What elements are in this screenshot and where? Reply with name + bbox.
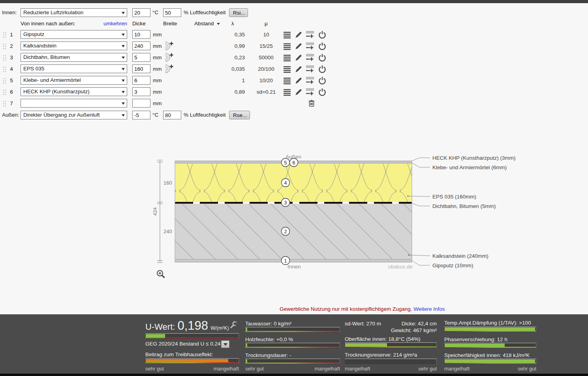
row-menu-icon[interactable] [283, 42, 291, 50]
insert-layer-icon[interactable] [306, 42, 314, 50]
layer-row-7: 7 mm [0, 99, 340, 108]
marker-6: 6 [293, 160, 295, 166]
tav-bar [444, 327, 536, 332]
holzfeuchte-value: +0,0 % [276, 336, 293, 342]
insert-layer-icon[interactable] [306, 77, 314, 85]
edit-icon[interactable] [295, 65, 302, 73]
inside-humidity-input[interactable] [163, 8, 181, 17]
bottom-bar [0, 374, 588, 376]
reverse-link[interactable]: umkehren [95, 21, 127, 26]
thickness-input[interactable] [132, 30, 150, 39]
thickness-input[interactable] [132, 64, 150, 73]
inside-label: Innen: [2, 8, 17, 17]
material-select-empty[interactable] [21, 99, 127, 108]
outside-temp-unit: °C [152, 111, 158, 119]
dimension-lines [157, 160, 163, 263]
col-spacing-dropdown[interactable]: Abstand [194, 21, 220, 26]
insert-layer-icon[interactable] [306, 65, 314, 73]
layer-number: 7 [9, 99, 14, 108]
inside-surface-select[interactable]: Reduzierte Luftzirkulation [21, 8, 127, 17]
edit-icon[interactable] [295, 42, 302, 50]
diagram-inside-label: Innen [287, 264, 301, 270]
drag-handle-icon[interactable] [3, 55, 6, 61]
layer-number: 4 [9, 64, 14, 74]
edit-icon[interactable] [295, 77, 302, 85]
zoom-in-icon[interactable] [157, 270, 165, 278]
drag-handle-icon[interactable] [3, 78, 6, 84]
settings-wrench-icon[interactable] [229, 321, 237, 329]
outside-humidity-input[interactable] [163, 111, 181, 119]
weitere-infos-link[interactable]: Weitere Infos [413, 306, 445, 312]
row-menu-icon[interactable] [283, 65, 291, 73]
row-menu-icon[interactable] [283, 31, 291, 39]
phase-value: 12 h [497, 336, 507, 342]
material-select[interactable]: EPS 035 [21, 64, 127, 73]
row-menu-icon[interactable] [283, 88, 291, 96]
subdivide-layer-icon[interactable] [165, 64, 174, 74]
tauwasser-line: Tauwasser: 0 kg/m² [245, 321, 291, 327]
callout-gipsputz: Gipsputz (10mm) [432, 263, 473, 268]
u-wert-calculator-page: Innen: Reduzierte Luftzirkulation °C % L… [0, 0, 588, 376]
drag-handle-icon[interactable] [3, 32, 6, 38]
rsi-button[interactable]: Rsi... [229, 8, 248, 17]
thickness-input[interactable] [132, 76, 150, 85]
speicher-line: Speicherfähigkeit innen: 418 kJ/m²K [444, 352, 530, 358]
lambda-value: 0,89 [220, 87, 245, 97]
toggle-layer-icon[interactable] [318, 65, 326, 73]
callout-kalksandstein: Kalksandstein (240mm) [432, 253, 488, 259]
lambda-value: 0,23 [220, 53, 245, 62]
layer-row-6: 6 HECK KHP (Kunstharzputz) mm 0,89 sd=0.… [0, 87, 340, 97]
toggle-layer-icon[interactable] [318, 77, 326, 85]
oberflaeche-bar [345, 342, 437, 348]
unit-label: mm [153, 42, 162, 51]
unit-label: mm [153, 64, 162, 74]
callout-eps: EPS 035 (160mm) [432, 194, 476, 200]
edit-icon[interactable] [295, 88, 302, 96]
tauwasser-bar [245, 327, 340, 333]
toggle-layer-icon[interactable] [318, 31, 326, 39]
thickness-input[interactable] [132, 53, 150, 62]
material-select[interactable]: Klebe- und Armiermörtel [21, 76, 127, 85]
inside-temp-input[interactable] [132, 8, 150, 17]
layer-number: 1 [9, 30, 14, 40]
inside-row: Innen: Reduzierte Luftzirkulation °C % L… [0, 8, 340, 18]
subdivide-layer-icon[interactable] [165, 53, 174, 62]
delete-layer-icon[interactable] [308, 99, 316, 107]
u-value: 0,198 [178, 319, 209, 333]
marker-1: 1 [284, 258, 287, 264]
material-select[interactable]: HECK KHP (Kunstharzputz) [21, 87, 127, 96]
edit-icon[interactable] [295, 54, 302, 62]
chevron-down-icon [122, 91, 125, 93]
drag-handle-icon[interactable] [3, 43, 6, 49]
row-menu-icon[interactable] [283, 54, 291, 62]
edit-icon[interactable] [295, 31, 302, 39]
layer-number: 6 [9, 87, 14, 97]
toggle-layer-icon[interactable] [318, 88, 326, 96]
insert-layer-icon[interactable] [306, 31, 314, 39]
outside-temp-input[interactable] [132, 111, 150, 119]
material-select[interactable]: Kalksandstein [21, 42, 127, 50]
subdivide-layer-icon[interactable] [165, 42, 174, 51]
standard-dropdown-button[interactable] [221, 340, 229, 348]
insert-layer-icon[interactable] [306, 88, 314, 96]
thickness-input[interactable] [132, 99, 150, 108]
rse-button[interactable]: Rse... [229, 111, 250, 119]
holzfeuchte-bar [245, 343, 340, 348]
drag-handle-icon[interactable] [3, 66, 6, 72]
chevron-down-icon [122, 12, 125, 14]
col-thickness: Dicke [132, 21, 146, 26]
toggle-layer-icon[interactable] [318, 42, 326, 50]
material-select[interactable]: Gipsputz [21, 30, 127, 39]
drag-handle-icon[interactable] [3, 89, 6, 95]
outside-row: Außen: Direkter Übergang zur Außenluft °… [0, 111, 340, 120]
material-select[interactable]: Dichtbahn, Bitumen [21, 53, 127, 62]
thickness-input[interactable] [132, 87, 150, 96]
mu-value: 10/20 [252, 76, 280, 85]
outside-surface-select[interactable]: Direkter Übergang zur Außenluft [21, 111, 127, 119]
thickness-input[interactable] [132, 42, 150, 50]
row-menu-icon[interactable] [283, 77, 291, 85]
toggle-layer-icon[interactable] [318, 54, 326, 62]
insert-layer-icon[interactable] [306, 54, 314, 62]
drag-handle-icon[interactable] [3, 101, 6, 107]
chevron-down-icon [122, 34, 125, 36]
